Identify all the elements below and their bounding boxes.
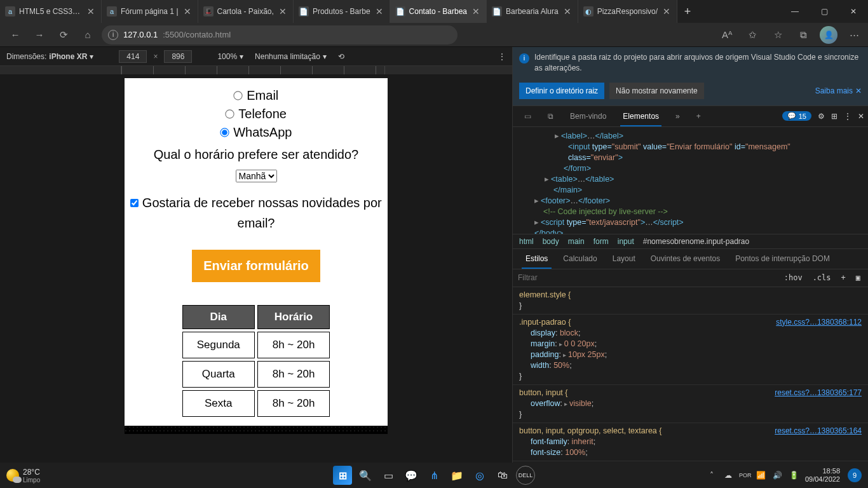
battery-icon[interactable]: 🔋 (789, 471, 800, 480)
tab-styles[interactable]: Estilos (518, 249, 555, 269)
wifi-icon[interactable]: 📶 (756, 471, 767, 480)
tab-contato[interactable]: 📄Contato - Barbea✕ (390, 0, 487, 23)
radio-email[interactable]: Email (130, 88, 383, 103)
forward-button[interactable]: → (29, 25, 50, 45)
clock[interactable]: 18:58 09/04/2022 (805, 467, 840, 484)
url-field[interactable]: i 127.0.0.1:5500/contato.html (102, 25, 458, 44)
vscode-icon[interactable]: ⋔ (424, 466, 444, 485)
reload-button[interactable]: ⟳ (53, 25, 74, 45)
dismiss-button[interactable]: Não mostrar novamente (609, 83, 704, 99)
read-aloud-icon[interactable]: Aᴬ (718, 26, 736, 44)
chat-icon[interactable]: 💬 (402, 466, 421, 485)
window-maximize[interactable]: ▢ (810, 0, 839, 23)
tab-html5[interactable]: aHTML5 e CSS3 pa✕ (0, 0, 102, 23)
device-width-input[interactable] (119, 50, 147, 63)
browser-tab-strip: aHTML5 e CSS3 pa✕ aFórum página 1 |✕ 🎩Ca… (0, 0, 868, 23)
notification-badge[interactable]: 9 (848, 468, 862, 482)
weather-icon (6, 469, 19, 482)
tab-event-listeners[interactable]: Ouvintes de eventos (643, 249, 728, 269)
th-dia: Dia (182, 305, 255, 329)
dell-icon[interactable]: DELL (516, 466, 535, 485)
star-outline-icon[interactable]: ✩ (743, 26, 761, 44)
more-icon[interactable]: ⋮ (844, 112, 851, 121)
cls-toggle[interactable]: .cls (810, 272, 834, 283)
favorites-icon[interactable]: ☆ (769, 26, 787, 44)
task-view-icon[interactable]: ▭ (379, 466, 398, 485)
styles-filter-input[interactable] (518, 273, 776, 282)
source-link[interactable]: reset.css?…1380365:177 (775, 388, 862, 398)
chevron-up-icon[interactable]: ˄ (706, 471, 717, 480)
volume-icon[interactable]: 🔊 (772, 471, 783, 480)
newsletter-checkbox[interactable]: Gostaria de receber nossas novidades por… (130, 193, 383, 233)
tab-computed[interactable]: Calculado (555, 249, 604, 269)
site-info-icon[interactable]: i (108, 30, 118, 40)
home-button[interactable]: ⌂ (78, 25, 98, 45)
window-close[interactable]: ✕ (839, 0, 868, 23)
radio-telefone[interactable]: Telefone (130, 107, 383, 121)
ruler (0, 66, 512, 74)
onedrive-icon[interactable]: ☁ (722, 471, 734, 480)
system-tray[interactable]: ˄ ☁ POR 📶 🔊 🔋 18:58 09/04/2022 9 (706, 467, 862, 484)
zoom-select[interactable]: 100% ▾ (217, 52, 243, 61)
close-icon[interactable]: ✕ (374, 6, 384, 17)
hov-toggle[interactable]: :hov (782, 272, 805, 283)
issues-badge[interactable]: 💬 15 (782, 111, 811, 121)
url-host: 127.0.0.1 (123, 30, 158, 39)
learn-more-link[interactable]: Saiba mais✕ (815, 86, 862, 95)
close-icon[interactable]: ✕ (858, 112, 864, 121)
inspect-icon[interactable]: ▭ (517, 106, 539, 126)
chevron-down-icon: ▾ (240, 52, 243, 61)
close-icon[interactable]: ✕ (855, 86, 862, 95)
language-icon[interactable]: POR (739, 472, 750, 478)
close-icon[interactable]: ✕ (182, 6, 193, 17)
tab-more-icon[interactable]: » (668, 106, 688, 126)
window-minimize[interactable]: — (780, 0, 810, 23)
tab-dom-breakpoints[interactable]: Pontos de interrupção DOM (728, 249, 837, 269)
box-model-icon[interactable]: ▣ (853, 272, 863, 283)
search-icon[interactable]: 🔍 (356, 466, 375, 485)
tab-barbearia[interactable]: 📄Barbearia Alura✕ (487, 0, 578, 23)
device-more-icon[interactable]: ⋮ (498, 52, 506, 61)
dock-icon[interactable]: ⊞ (831, 112, 837, 121)
define-root-button[interactable]: Definir o diretório raiz (519, 83, 604, 99)
time-select[interactable]: Manhã (236, 170, 277, 182)
start-button[interactable]: ⊞ (333, 466, 352, 485)
settings-icon[interactable]: ⚙ (818, 112, 825, 121)
dom-breadcrumb[interactable]: htmlbodymainforminput#nomesobrenome.inpu… (513, 234, 868, 249)
new-rule-icon[interactable]: + (839, 272, 848, 283)
store-icon[interactable]: 🛍 (493, 466, 512, 485)
responsive-icon[interactable]: ⧉ (540, 106, 561, 126)
tab-cartola[interactable]: 🎩Cartola - Paixão,✕ (198, 0, 294, 23)
throttling-select[interactable]: Nenhuma limitação ▾ (250, 50, 332, 63)
tab-welcome[interactable]: Bem-vindo (562, 106, 614, 126)
dom-tree[interactable]: ▸<label>…</label> <input type="submit" v… (513, 127, 868, 234)
tab-layout[interactable]: Layout (605, 249, 643, 269)
edge-icon[interactable]: ◎ (470, 466, 489, 485)
source-link[interactable]: style.css?…1380368:112 (776, 317, 862, 328)
tab-elements[interactable]: Elementos (615, 106, 667, 126)
add-tab-icon[interactable]: + (689, 106, 709, 126)
rotate-icon[interactable]: ⟲ (338, 52, 344, 61)
weather-widget[interactable]: 28°C Limpo (6, 468, 40, 484)
more-icon[interactable]: ⋯ (845, 26, 863, 44)
tab-produtos[interactable]: 📄Produtos - Barbe✕ (294, 0, 390, 23)
collections-icon[interactable]: ⧉ (794, 26, 812, 44)
device-height-input[interactable] (164, 50, 192, 63)
close-icon[interactable]: ✕ (86, 6, 96, 17)
close-icon[interactable]: ✕ (471, 6, 481, 17)
device-toolbar: Dimensões: iPhone XR ▾ × 100% ▾ Nenhuma … (0, 47, 512, 66)
file-explorer-icon[interactable]: 📁 (447, 466, 466, 485)
profile-avatar[interactable]: 👤 (820, 26, 837, 44)
tab-pizza[interactable]: ◐PizzaResponsivo/✕ (578, 0, 677, 23)
radio-whatsapp[interactable]: WhatsApp (130, 125, 383, 140)
close-icon[interactable]: ✕ (562, 6, 573, 17)
close-icon[interactable]: ✕ (661, 6, 672, 17)
source-link[interactable]: reset.css?…1380365:164 (775, 426, 862, 437)
css-rules[interactable]: element.style { } style.css?…1380368:112… (513, 287, 868, 463)
close-icon[interactable]: ✕ (278, 6, 288, 17)
new-tab-button[interactable]: + (677, 0, 698, 23)
back-button[interactable]: ← (5, 25, 25, 45)
device-dimensions-select[interactable]: Dimensões: iPhone XR ▾ (6, 52, 93, 61)
tab-forum[interactable]: aFórum página 1 |✕ (102, 0, 198, 23)
submit-button[interactable]: Enviar formulário (192, 250, 320, 282)
